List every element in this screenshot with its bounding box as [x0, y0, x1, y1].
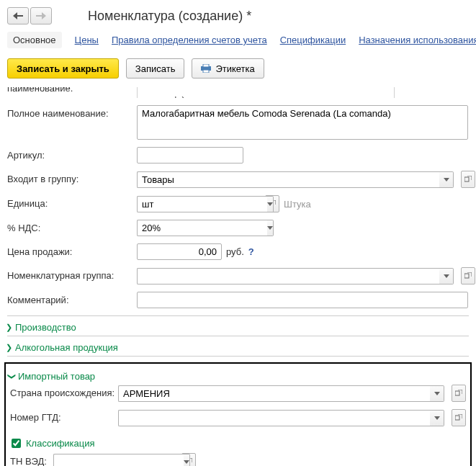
price-help-button[interactable]: ?	[248, 246, 254, 257]
import-section-box: ❯ Импортный товар Страна происхождения: …	[4, 362, 472, 466]
label-button-text: Этикетка	[215, 63, 254, 74]
nomgroup-open-button[interactable]	[461, 267, 475, 284]
page-title: Номенклатура (создание) *	[88, 9, 251, 24]
arrow-right-icon	[36, 12, 46, 19]
nomgroup-dropdown-button[interactable]	[439, 268, 454, 284]
tnved-input[interactable]	[53, 454, 184, 467]
svg-rect-7	[455, 416, 459, 420]
chevron-down-icon: ❯	[7, 373, 17, 380]
chevron-right-icon: ❯	[6, 343, 12, 352]
chevron-down-icon	[267, 202, 273, 206]
section-production-label: Производство	[15, 322, 76, 333]
section-alcohol-label: Алкогольная продукция	[15, 342, 118, 353]
unit-label: Единица:	[7, 195, 137, 209]
open-icon	[464, 176, 472, 183]
name-label: паименование.	[7, 87, 137, 98]
group-dropdown-button[interactable]	[439, 171, 454, 188]
tab-usage[interactable]: Назначения использования	[359, 35, 476, 45]
country-input[interactable]	[118, 385, 430, 402]
vat-input[interactable]	[137, 220, 267, 236]
classification-checkbox[interactable]: Классификация	[9, 436, 95, 450]
sku-input[interactable]	[137, 147, 243, 163]
country-label: Страна происхождения:	[10, 385, 118, 398]
unit-dropdown-button[interactable]	[267, 196, 274, 212]
unit-input[interactable]	[137, 196, 267, 212]
comment-label: Комментарий:	[7, 292, 137, 305]
country-open-button[interactable]	[452, 385, 466, 402]
group-label: Входит в группу:	[7, 171, 137, 184]
name-input-cut[interactable]: малогаоаритная меоель Comoda Serenada (L…	[137, 87, 395, 98]
vat-dropdown-button[interactable]	[267, 220, 274, 236]
fullname-input[interactable]: Малогабаритная мебель Comoda Serenada (L…	[137, 105, 468, 140]
comment-input[interactable]	[137, 292, 468, 308]
save-close-button[interactable]: Записать и закрыть	[7, 58, 119, 79]
section-alcohol[interactable]: ❯ Алкогольная продукция	[6, 342, 469, 353]
open-icon	[455, 414, 462, 421]
chevron-down-icon	[267, 226, 273, 230]
svg-rect-2	[203, 70, 209, 73]
tab-prices[interactable]: Цены	[75, 35, 99, 45]
chevron-down-icon	[434, 416, 440, 420]
printer-icon	[201, 64, 211, 73]
nav-forward-button[interactable]	[30, 7, 52, 24]
gtd-dropdown-button[interactable]	[430, 410, 444, 426]
price-label: Цена продажи:	[7, 243, 137, 257]
sku-label: Артикул:	[7, 147, 137, 161]
fullname-label: Полное наименование:	[7, 105, 137, 119]
chevron-down-icon	[444, 178, 449, 182]
svg-rect-1	[203, 64, 209, 67]
section-import[interactable]: ❯ Импортный товар	[9, 371, 466, 382]
open-icon	[455, 390, 462, 397]
chevron-down-icon	[444, 274, 449, 278]
classification-label: Классификация	[26, 438, 95, 449]
label-button[interactable]: Этикетка	[192, 58, 264, 79]
nav-back-button[interactable]	[7, 7, 29, 24]
group-open-button[interactable]	[461, 171, 475, 188]
tab-main[interactable]: Основное	[7, 32, 62, 48]
section-production[interactable]: ❯ Производство	[6, 322, 469, 333]
tab-specs[interactable]: Спецификации	[280, 35, 346, 45]
svg-rect-6	[455, 391, 459, 395]
gtd-input[interactable]	[118, 410, 430, 426]
gtd-label: Номер ГТД:	[10, 409, 118, 423]
chevron-down-icon	[434, 392, 440, 395]
price-input[interactable]	[137, 243, 222, 260]
tnved-label: ТН ВЭД:	[10, 453, 53, 466]
tab-accounts[interactable]: Правила определения счетов учета	[112, 35, 267, 45]
tnved-dropdown-button[interactable]	[184, 454, 190, 467]
price-currency: руб.	[226, 246, 244, 257]
chevron-right-icon: ❯	[6, 323, 12, 332]
chevron-down-icon	[184, 460, 189, 464]
svg-rect-3	[464, 177, 469, 182]
section-import-label: Импортный товар	[18, 371, 95, 382]
country-dropdown-button[interactable]	[430, 385, 444, 402]
nomgroup-label: Номенклатурная группа:	[7, 267, 137, 281]
vat-label: % НДС:	[7, 220, 137, 233]
open-icon	[464, 272, 472, 279]
group-input[interactable]	[137, 171, 439, 188]
gtd-open-button[interactable]	[452, 409, 466, 426]
save-button[interactable]: Записать	[126, 58, 185, 79]
nomgroup-input[interactable]	[137, 268, 439, 284]
classification-checkbox-input[interactable]	[12, 439, 21, 448]
tabs-bar: Основное Цены Правила определения счетов…	[7, 32, 469, 48]
unit-hint: Штука	[284, 199, 311, 210]
svg-rect-5	[464, 274, 469, 278]
arrow-left-icon	[13, 12, 23, 19]
